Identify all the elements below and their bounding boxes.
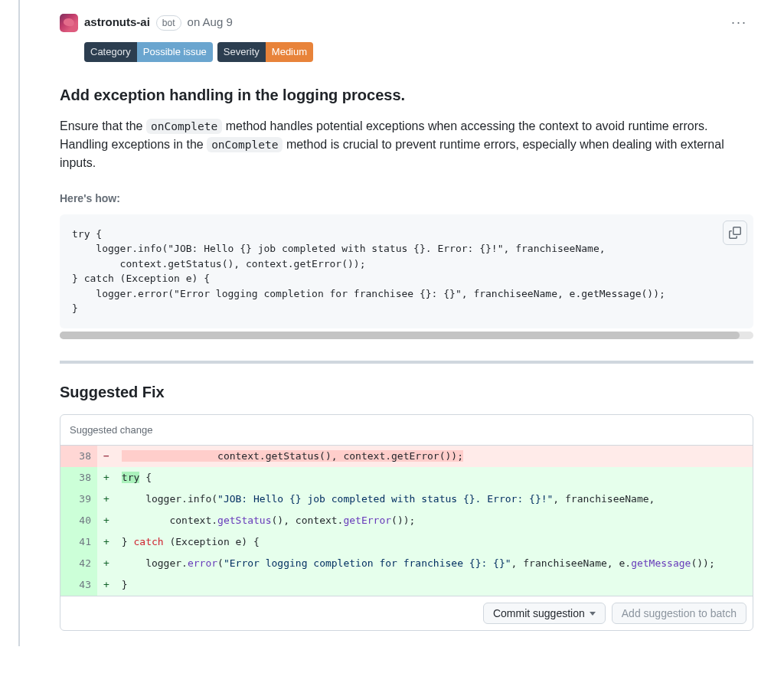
code-block: try { logger.info("JOB: Hello {} job com… (60, 214, 753, 328)
add-to-batch-button[interactable]: Add suggestion to batch (612, 603, 746, 624)
diff-row-added: 38+try { (60, 467, 753, 488)
diff-row-added: 40+ context.getStatus(), context.getErro… (60, 510, 753, 531)
diff-row-added: 43+} (60, 574, 753, 596)
diff-row-added: 39+ logger.info("JOB: Hello {} job compl… (60, 488, 753, 510)
category-value: Possible issue (137, 42, 213, 62)
comment-container: astronuts-ai bot on Aug 9 ··· Category P… (37, 0, 784, 646)
timeline-line (18, 0, 20, 646)
bot-badge: bot (156, 15, 181, 31)
desc-text: Ensure that the (60, 119, 146, 132)
avatar[interactable] (60, 14, 78, 32)
suggestion-box: Suggested change 38− context.getStatus()… (60, 414, 753, 632)
howto-label: Here's how: (60, 191, 753, 207)
severity-key: Severity (217, 42, 266, 62)
timeline-gutter (0, 0, 37, 646)
category-label: Category Possible issue (84, 42, 213, 62)
code-text: try { logger.info("JOB: Hello {} job com… (72, 227, 741, 316)
kebab-menu-icon[interactable]: ··· (725, 9, 753, 36)
copy-icon (729, 227, 741, 239)
suggested-fix-heading: Suggested Fix (60, 381, 753, 403)
commit-suggestion-button[interactable]: Commit suggestion (483, 603, 606, 624)
severity-label: Severity Medium (217, 42, 313, 62)
scrollbar-thumb[interactable] (60, 332, 740, 339)
labels-row: Category Possible issue Severity Medium (84, 42, 753, 62)
category-key: Category (84, 42, 137, 62)
suggestion-title: Add exception handling in the logging pr… (60, 83, 753, 106)
suggested-change-label: Suggested change (60, 415, 753, 446)
inline-code: onComplete (146, 119, 222, 134)
timestamp[interactable]: on Aug 9 (188, 14, 233, 31)
diff-row-added: 42+ logger.error("Error logging completi… (60, 553, 753, 574)
severity-value: Medium (266, 42, 313, 62)
diff-row-added: 41+} catch (Exception e) { (60, 531, 753, 553)
copy-button[interactable] (723, 221, 747, 245)
comment-body: Add exception handling in the logging pr… (60, 83, 753, 632)
horizontal-scrollbar[interactable] (60, 332, 753, 339)
diff-row-removed: 38− context.getStatus(), context.getErro… (60, 446, 753, 467)
inline-code: onComplete (207, 137, 283, 152)
commit-label: Commit suggestion (493, 607, 585, 619)
comment-header: astronuts-ai bot on Aug 9 ··· (60, 9, 753, 36)
batch-label: Add suggestion to batch (622, 607, 737, 619)
suggestion-description: Ensure that the onComplete method handle… (60, 117, 753, 172)
chevron-down-icon (590, 612, 596, 616)
separator (60, 361, 753, 364)
suggestion-footer: Commit suggestion Add suggestion to batc… (60, 596, 753, 630)
author-link[interactable]: astronuts-ai (84, 14, 150, 31)
diff-table: 38− context.getStatus(), context.getErro… (60, 446, 753, 596)
